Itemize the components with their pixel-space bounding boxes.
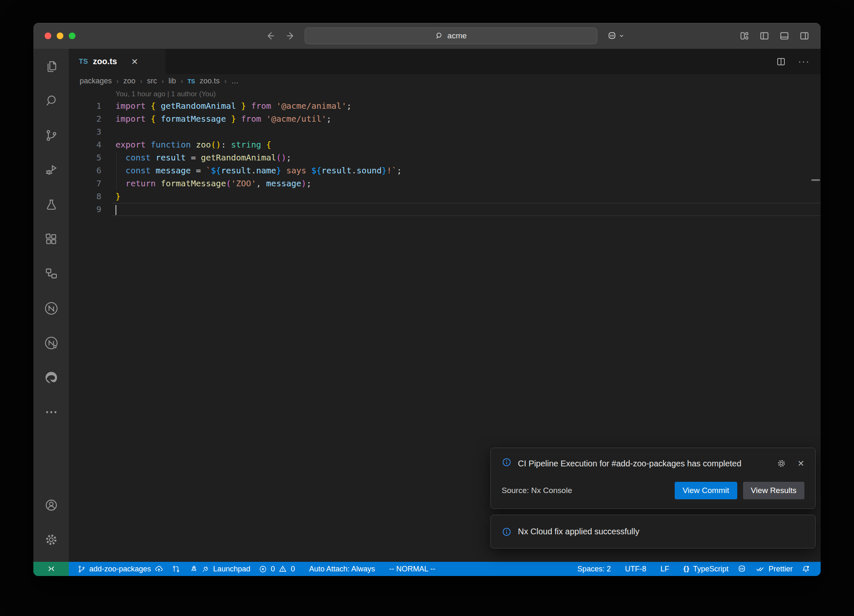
double-check-icon: [755, 564, 765, 574]
git-graph-item[interactable]: [168, 562, 185, 576]
code-content: const result = getRandomAnimal();: [116, 151, 291, 164]
remote-indicator[interactable]: [33, 562, 69, 576]
braces-icon: {}: [683, 565, 690, 573]
problems-item[interactable]: 0 0: [254, 562, 299, 576]
source-control-icon[interactable]: [33, 118, 69, 153]
language-mode-item[interactable]: {} TypeScript: [679, 562, 733, 576]
view-results-button[interactable]: View Results: [743, 482, 804, 499]
vim-mode-item[interactable]: -- NORMAL --: [385, 562, 439, 576]
indentation-item[interactable]: Spaces: 2: [573, 562, 615, 576]
line-number: 4: [69, 138, 101, 151]
code-token: from: [251, 101, 271, 111]
code-lines: 1import { getRandomAnimal } from '@acme/…: [69, 100, 821, 216]
breadcrumb-lib[interactable]: lib: [168, 77, 176, 85]
notification-settings-gear-icon[interactable]: [776, 458, 786, 468]
bell-dot-icon: [801, 564, 811, 574]
code-line[interactable]: 1import { getRandomAnimal } from '@acme/…: [69, 100, 821, 113]
notification-close-icon[interactable]: ✕: [797, 458, 804, 468]
code-line[interactable]: 2import { formatMessage } from '@acme/ut…: [69, 113, 821, 125]
git-branch-item[interactable]: add-zoo-packages: [73, 562, 168, 576]
toggle-primary-sidebar-icon[interactable]: [759, 30, 770, 41]
search-icon: [435, 32, 444, 40]
chevron-down-icon: [619, 33, 625, 39]
close-tab-icon[interactable]: ✕: [131, 57, 138, 67]
explorer-icon[interactable]: [33, 49, 69, 83]
toggle-panel-icon[interactable]: [779, 30, 790, 41]
code-token: :: [221, 140, 231, 150]
formatter-item[interactable]: Prettier: [751, 562, 797, 576]
nx-cloud-icon[interactable]: [33, 326, 69, 360]
close-window-button[interactable]: [45, 33, 51, 39]
code-token: result: [322, 165, 352, 175]
editor-more-actions-icon[interactable]: ···: [798, 60, 810, 64]
code-token: formatMessage: [161, 178, 226, 188]
notifications-bell-item[interactable]: [797, 562, 815, 576]
run-debug-icon[interactable]: [33, 153, 69, 187]
breadcrumb-symbol[interactable]: …: [231, 77, 239, 85]
code-line[interactable]: 5 const result = getRandomAnimal();: [69, 151, 821, 164]
copilot-status-item[interactable]: [733, 562, 751, 576]
publish-cloud-icon: [154, 564, 163, 573]
breadcrumb-src[interactable]: src: [147, 77, 157, 85]
code-token: }: [382, 165, 387, 175]
code-line[interactable]: 3: [69, 125, 821, 138]
breadcrumb-zoo[interactable]: zoo: [123, 77, 136, 85]
breadcrumb-packages[interactable]: packages: [80, 77, 112, 85]
extensions-icon[interactable]: [33, 222, 69, 256]
view-commit-button[interactable]: View Commit: [675, 482, 737, 499]
code-line[interactable]: 9: [69, 203, 821, 216]
branch-name: add-zoo-packages: [89, 565, 151, 573]
minimize-window-button[interactable]: [57, 33, 63, 39]
code-token: ${: [311, 165, 322, 175]
code-token: {: [151, 101, 156, 111]
code-content: }: [116, 190, 121, 203]
code-token: '@acme/util': [266, 114, 327, 124]
code-token: [226, 114, 231, 124]
project-graph-icon[interactable]: [33, 256, 69, 291]
code-line[interactable]: 6 const message = `${result.name} says $…: [69, 164, 821, 177]
activity-bar: [33, 49, 69, 562]
customize-layout-icon[interactable]: [739, 30, 750, 41]
encoding-item[interactable]: UTF-8: [621, 562, 651, 576]
code-token: name: [256, 165, 276, 175]
maximize-window-button[interactable]: [69, 33, 75, 39]
git-blame-annotation: You, 1 hour ago | 1 author (You): [116, 88, 821, 100]
line-number: 9: [69, 203, 101, 216]
code-token: [116, 178, 126, 188]
code-line[interactable]: 8}: [69, 190, 821, 203]
auto-attach-item[interactable]: Auto Attach: Always: [305, 562, 379, 576]
code-token: .: [352, 165, 357, 175]
code-token: message: [266, 178, 301, 188]
code-line[interactable]: 4export function zoo(): string {: [69, 138, 821, 151]
code-content: import { formatMessage } from '@acme/uti…: [116, 113, 332, 125]
tab-zoo-ts[interactable]: TS zoo.ts ✕: [69, 49, 166, 74]
testing-icon[interactable]: [33, 187, 69, 222]
code-token: [261, 140, 266, 150]
code-token: }: [231, 114, 236, 124]
line-number: 7: [69, 177, 101, 190]
command-center-search[interactable]: acme: [305, 28, 598, 44]
code-token: (): [276, 153, 286, 163]
code-token: }: [116, 191, 121, 201]
navigate-forward-icon[interactable]: [285, 30, 296, 41]
nx-console-icon[interactable]: [33, 291, 69, 326]
toggle-secondary-sidebar-icon[interactable]: [799, 30, 810, 41]
code-token: sound: [357, 165, 382, 175]
settings-gear-icon[interactable]: [33, 522, 69, 557]
code-line[interactable]: 7 return formatMessage('ZOO', message);: [69, 177, 821, 190]
breadcrumb: packages › zoo › src › lib › TS zoo.ts ›…: [69, 74, 821, 88]
launchpad-item[interactable]: Launchpad: [185, 562, 254, 576]
copilot-menu[interactable]: [607, 30, 625, 41]
split-editor-icon[interactable]: [776, 56, 786, 67]
code-token: [271, 101, 276, 111]
breadcrumb-file[interactable]: zoo.ts: [200, 77, 220, 85]
additional-views-icon[interactable]: [33, 395, 69, 429]
code-token: formatMessage: [161, 114, 226, 124]
accounts-icon[interactable]: [33, 488, 69, 522]
navigate-back-icon[interactable]: [266, 30, 276, 41]
eol-item[interactable]: LF: [656, 562, 673, 576]
search-sidebar-icon[interactable]: [33, 83, 69, 118]
line-number: 5: [69, 151, 101, 164]
edge-browser-icon[interactable]: [33, 360, 69, 395]
code-token: [151, 153, 156, 163]
